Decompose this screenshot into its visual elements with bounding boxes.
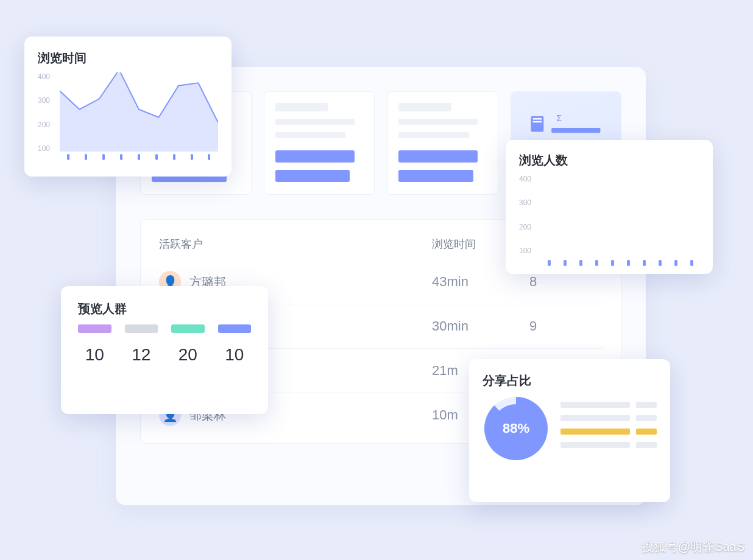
audience-item: 20: [171, 324, 205, 365]
browse-time-chart: 400300200100: [38, 72, 218, 164]
share-legend: [560, 402, 657, 455]
stat-card[interactable]: [264, 91, 375, 195]
browse-count-chart: 400300200100: [519, 175, 699, 266]
svg-rect-1: [532, 118, 541, 119]
card-title: 分享占比: [483, 373, 657, 389]
audience-item: 10: [78, 324, 111, 365]
share-card: 分享占比 88%: [469, 359, 670, 502]
card-title: 浏览人数: [519, 152, 699, 169]
watermark: 搜狐号@明雀SaaS: [642, 539, 744, 555]
bar: [687, 255, 696, 266]
browse-count-cell: 8: [529, 274, 603, 290]
audience-item: 12: [125, 324, 158, 365]
audience-swatch: [171, 324, 205, 333]
browse-time-cell: 43min: [432, 274, 529, 290]
bar: [671, 255, 680, 266]
svg-rect-4: [551, 128, 600, 133]
bar: [576, 255, 585, 266]
bar: [560, 255, 569, 266]
header-name: 活跃客户: [159, 237, 432, 251]
svg-rect-2: [532, 121, 541, 122]
bar: [640, 255, 648, 266]
audience-swatch: [125, 324, 158, 333]
share-gauge: 88%: [483, 395, 550, 462]
bar: [656, 255, 664, 266]
audience-card: 预览人群 10122010: [61, 286, 268, 414]
browse-count-cell: 9: [529, 318, 603, 334]
stat-card[interactable]: [387, 91, 498, 195]
browse-time-cell: 30min: [432, 318, 529, 334]
audience-item: 10: [218, 324, 252, 365]
audience-value: 10: [78, 345, 111, 365]
browse-count-card: 浏览人数 400300200100: [506, 140, 713, 274]
audience-value: 20: [171, 345, 205, 365]
audience-swatch: [78, 324, 111, 333]
audience-swatch: [218, 324, 252, 333]
share-percent: 88%: [483, 395, 550, 462]
browse-time-card: 浏览时间 400300200100: [24, 37, 232, 177]
svg-text:Σ: Σ: [556, 113, 562, 123]
audience-value: 12: [125, 345, 158, 365]
bar: [545, 255, 553, 266]
card-title: 浏览时间: [38, 50, 218, 66]
bar: [592, 255, 601, 266]
bar: [624, 255, 632, 266]
audience-value: 10: [218, 345, 252, 365]
card-title: 预览人群: [78, 301, 251, 317]
bar: [608, 255, 617, 266]
